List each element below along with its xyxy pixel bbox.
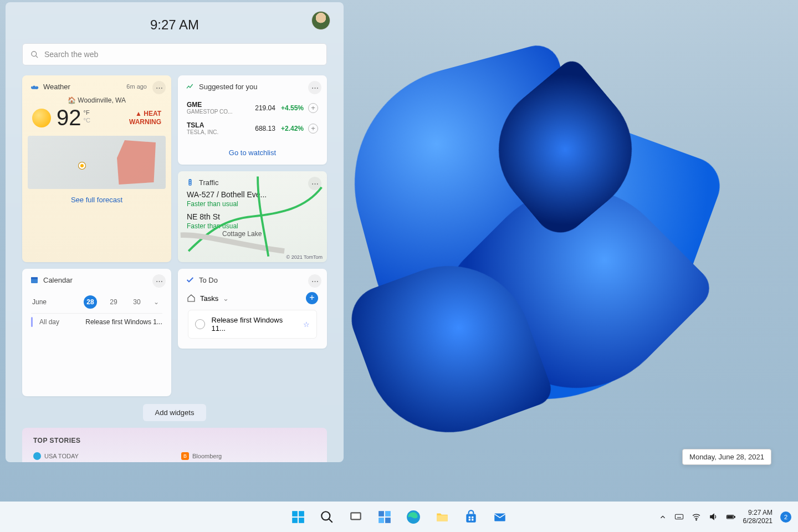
wifi-icon[interactable] xyxy=(692,512,701,521)
search-input[interactable]: Search the web xyxy=(22,43,327,65)
notifications-badge[interactable]: 2 xyxy=(780,511,791,523)
svg-rect-25 xyxy=(469,519,470,520)
news-source: Bloomberg xyxy=(192,453,222,459)
explorer-button[interactable] xyxy=(431,505,454,529)
svg-rect-11 xyxy=(299,518,304,523)
traffic-icon xyxy=(186,178,195,187)
todo-menu-button[interactable]: ⋯ xyxy=(308,274,321,288)
source-icon xyxy=(33,452,41,460)
chevron-down-icon[interactable]: ⌄ xyxy=(223,294,229,303)
search-placeholder: Search the web xyxy=(44,50,98,59)
todo-title: To Do xyxy=(199,276,218,284)
weather-menu-button[interactable]: ⋯ xyxy=(152,81,166,94)
stocks-menu-button[interactable]: ⋯ xyxy=(308,81,321,94)
task-view-icon xyxy=(349,510,363,524)
calendar-event[interactable]: All day Release first Windows 1... xyxy=(31,313,162,330)
store-button[interactable] xyxy=(459,505,483,529)
tray-overflow-button[interactable] xyxy=(659,513,667,521)
weather-alert: ▲ HEATWARNING xyxy=(129,110,161,126)
calendar-icon xyxy=(30,275,39,284)
widgets-button[interactable] xyxy=(373,505,396,529)
todo-task[interactable]: Release first Windows 11... ☆ xyxy=(188,310,317,339)
traffic-status: Faster than usual xyxy=(187,222,318,230)
todo-list-name[interactable]: Tasks xyxy=(200,294,218,303)
chevron-down-icon[interactable]: ⌄ xyxy=(154,298,159,306)
task-view-button[interactable] xyxy=(344,505,367,529)
svg-rect-9 xyxy=(299,511,304,516)
panel-time: 9:27 AM xyxy=(150,17,199,33)
stock-row[interactable]: GME GAMESTOP CO... 219.04 +4.55% + xyxy=(187,98,318,118)
weather-map[interactable] xyxy=(28,136,166,189)
keyboard-icon[interactable] xyxy=(674,512,684,521)
watchlist-link[interactable]: Go to watchlist xyxy=(178,143,327,165)
svg-point-12 xyxy=(321,511,330,520)
desktop-wallpaper xyxy=(288,33,743,466)
stocks-widget[interactable]: Suggested for you ⋯ GME GAMESTOP CO... 2… xyxy=(178,75,327,165)
event-bar-icon xyxy=(31,317,33,327)
mail-button[interactable] xyxy=(488,505,511,529)
traffic-title: Traffic xyxy=(199,178,218,187)
svg-rect-26 xyxy=(472,519,473,520)
calendar-menu-button[interactable]: ⋯ xyxy=(152,274,166,288)
store-icon xyxy=(464,510,478,524)
add-stock-button[interactable]: + xyxy=(308,124,318,134)
weather-location: 🏠 Woodinville, WA xyxy=(22,96,171,104)
sun-icon xyxy=(32,109,51,127)
svg-rect-7 xyxy=(31,277,38,279)
svg-line-1 xyxy=(35,55,38,58)
traffic-widget[interactable]: Traffic ⋯ WA-527 / Bothell Eve... Faster… xyxy=(178,171,327,262)
calendar-day[interactable]: 30 xyxy=(130,295,144,309)
battery-icon[interactable] xyxy=(726,512,735,521)
svg-rect-37 xyxy=(727,516,732,518)
see-forecast-link[interactable]: See full forecast xyxy=(22,189,171,212)
start-button[interactable] xyxy=(287,505,310,529)
date-tooltip: Monday, June 28, 2021 xyxy=(682,449,771,465)
svg-rect-15 xyxy=(351,513,360,519)
add-widgets-button[interactable]: Add widgets xyxy=(143,404,207,421)
edge-button[interactable] xyxy=(402,505,425,529)
traffic-menu-button[interactable]: ⋯ xyxy=(308,177,321,190)
svg-line-13 xyxy=(329,519,332,523)
calendar-month: June xyxy=(32,298,47,306)
stocks-title: Suggested for you xyxy=(199,83,258,91)
tray-clock[interactable]: 9:27 AM 6/28/2021 xyxy=(743,509,773,525)
svg-rect-8 xyxy=(292,511,298,516)
news-item[interactable]: USA TODAY 10 dead, 151 still missing: Wh… xyxy=(33,452,168,462)
svg-point-34 xyxy=(695,519,696,520)
calendar-title: Calendar xyxy=(43,276,73,284)
task-label: Release first Windows 11... xyxy=(212,316,296,332)
stock-row[interactable]: TSLA TESLA, INC. 688.13 +2.42% + xyxy=(187,118,318,139)
edge-icon xyxy=(406,510,421,524)
taskbar-search-button[interactable] xyxy=(315,505,339,529)
news-source: USA TODAY xyxy=(44,453,79,459)
taskbar: 9:27 AM 6/28/2021 2 xyxy=(0,502,798,532)
svg-rect-21 xyxy=(437,515,448,521)
map-place-label: Cottage Lake xyxy=(222,230,262,238)
traffic-route: NE 8th St xyxy=(187,212,318,221)
search-icon xyxy=(320,510,334,524)
weather-widget[interactable]: Weather 6m ago ⋯ 🏠 Woodinville, WA 92 °F… xyxy=(22,75,171,262)
news-item[interactable]: B Bloomberg McConnell wants infrastructu… xyxy=(181,452,316,462)
svg-point-3 xyxy=(190,180,191,181)
calendar-day[interactable]: 29 xyxy=(107,295,120,309)
add-task-button[interactable]: + xyxy=(306,292,318,304)
volume-icon[interactable] xyxy=(709,512,718,521)
calendar-widget[interactable]: Calendar ⋯ June 28 29 30 ⌄ All day Relea xyxy=(22,269,171,396)
star-icon[interactable]: ☆ xyxy=(303,320,310,329)
calendar-day[interactable]: 28 xyxy=(84,295,97,309)
svg-rect-36 xyxy=(734,516,734,518)
task-checkbox[interactable] xyxy=(195,319,205,329)
traffic-route: WA-527 / Bothell Eve... xyxy=(187,190,318,199)
svg-point-4 xyxy=(190,182,191,183)
svg-point-5 xyxy=(190,184,191,185)
weather-icon xyxy=(30,82,39,91)
add-stock-button[interactable]: + xyxy=(308,103,318,113)
svg-rect-16 xyxy=(378,511,384,516)
top-stories-card[interactable]: TOP STORIES USA TODAY 10 dead, 151 still… xyxy=(22,428,327,462)
todo-widget[interactable]: To Do ⋯ Tasks ⌄ + Release first Windows … xyxy=(178,269,327,349)
system-tray: 9:27 AM 6/28/2021 2 xyxy=(659,509,791,525)
svg-rect-17 xyxy=(385,511,391,516)
user-avatar[interactable] xyxy=(311,11,330,30)
svg-rect-19 xyxy=(385,518,391,523)
mail-icon xyxy=(493,510,507,524)
